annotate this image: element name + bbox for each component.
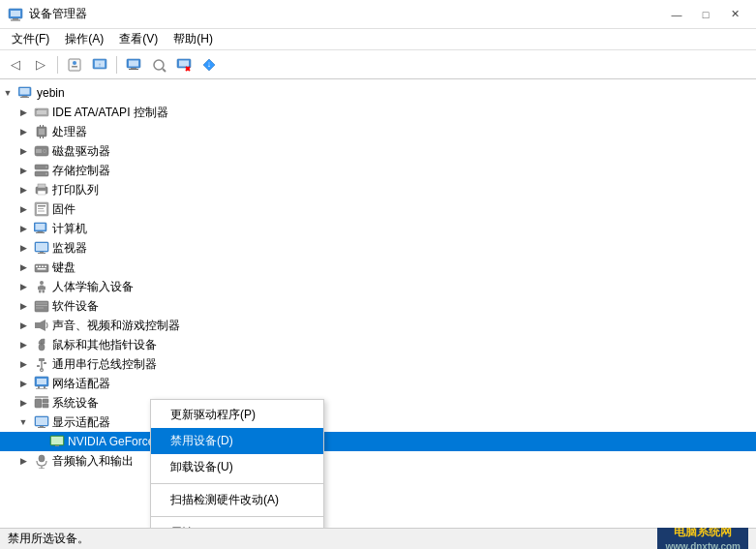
toolbar-separator-1 <box>57 56 58 74</box>
sound-label: 声音、视频和游戏控制器 <box>52 318 180 334</box>
tree-item-print[interactable]: ▶ 打印队列 <box>0 180 756 199</box>
svg-rect-52 <box>36 224 45 230</box>
svg-rect-87 <box>44 386 45 388</box>
tree-item-cpu[interactable]: ▶ 处理器 <box>0 122 756 141</box>
svg-rect-63 <box>45 266 46 268</box>
svg-rect-80 <box>39 358 45 361</box>
expand-display[interactable]: ▼ <box>15 414 31 430</box>
tree-item-monitor[interactable]: ▶ 监视器 <box>0 238 756 258</box>
expand-disk[interactable]: ▶ <box>15 143 31 159</box>
menu-view[interactable]: 查看(V) <box>111 29 166 49</box>
title-bar-left: 设备管理器 <box>8 6 87 22</box>
expand-monitor[interactable]: ▶ <box>15 240 31 256</box>
expand-software[interactable]: ▶ <box>15 298 31 314</box>
svg-rect-75 <box>35 322 40 328</box>
svg-rect-1 <box>11 11 20 16</box>
svg-rect-85 <box>37 379 46 384</box>
expand-sound[interactable]: ▶ <box>15 318 31 333</box>
expand-network[interactable]: ▶ <box>15 376 31 391</box>
forward-button[interactable]: ▷ <box>29 53 52 76</box>
remove-device-button[interactable] <box>172 53 196 76</box>
svg-rect-25 <box>20 97 29 98</box>
svg-rect-90 <box>43 399 48 403</box>
svg-rect-69 <box>39 290 42 293</box>
expand-usb[interactable]: ▶ <box>15 356 31 372</box>
expand-print[interactable]: ▶ <box>15 182 31 198</box>
svg-point-5 <box>73 61 76 65</box>
add-device-button[interactable]: ↓ <box>197 53 221 76</box>
expand-root[interactable]: ▼ <box>0 85 15 101</box>
tree-item-computer[interactable]: ▶ 计算机 <box>0 219 756 238</box>
root-label: yebin <box>37 86 65 100</box>
svg-rect-94 <box>36 417 47 425</box>
expand-mouse[interactable]: ▶ <box>15 337 31 352</box>
back-button[interactable]: ◁ <box>4 53 27 76</box>
svg-rect-57 <box>40 252 44 253</box>
tree-item-storage[interactable]: ▶ 存储控制器 <box>0 161 756 180</box>
expand-nvidia[interactable] <box>31 434 46 449</box>
tree-item-disk[interactable]: ▶ 磁盘驱动器 <box>0 141 756 161</box>
tree-item-system[interactable]: ▶ 系统设备 <box>0 393 756 412</box>
expand-firmware[interactable]: ▶ <box>15 201 31 217</box>
svg-rect-33 <box>40 137 41 138</box>
tree-item-mouse[interactable]: ▶ 鼠标和其他指针设备 <box>0 335 756 354</box>
network-label: 网络适配器 <box>52 376 110 392</box>
computer-button[interactable] <box>122 53 145 76</box>
svg-rect-54 <box>36 232 45 233</box>
ctx-uninstall-device[interactable]: 卸载设备(U) <box>151 454 323 480</box>
svg-rect-98 <box>51 437 63 444</box>
tree-item-network[interactable]: ▶ 网络适配器 <box>0 374 756 393</box>
tree-item-human-input[interactable]: ▶ 人体学输入设备 <box>0 277 756 296</box>
expand-system[interactable]: ▶ <box>15 395 31 411</box>
tree-item-ide[interactable]: ▶ IDE ATA/ATAPI 控制器 <box>0 103 756 122</box>
menu-help[interactable]: 帮助(H) <box>166 29 221 49</box>
tree-item-firmware[interactable]: ▶ 固件 <box>0 199 756 219</box>
svg-rect-56 <box>36 243 47 251</box>
tree-item-sound[interactable]: ▶ 声音、视频和游戏控制器 <box>0 316 756 335</box>
tree-item-audio-io[interactable]: ▶ 音频输入和输出 <box>0 451 756 471</box>
update-driver-button[interactable]: ↑ <box>88 53 111 76</box>
tree-item-usb[interactable]: ▶ 通用串行总线控制器 <box>0 354 756 374</box>
close-button[interactable]: ✕ <box>721 5 748 24</box>
expand-audio-io[interactable]: ▶ <box>15 453 31 469</box>
tree-item-keyboard[interactable]: ▶ 键盘 <box>0 258 756 277</box>
tree-root[interactable]: ▼ yebin <box>0 83 756 103</box>
svg-rect-67 <box>38 287 41 290</box>
print-icon <box>34 182 49 198</box>
ctx-properties[interactable]: 属性(R) <box>151 520 323 528</box>
expand-ide[interactable]: ▶ <box>15 105 31 120</box>
maximize-button[interactable]: □ <box>692 5 719 24</box>
properties-button[interactable] <box>63 53 86 76</box>
sound-icon <box>34 318 49 333</box>
menu-file[interactable]: 文件(F) <box>4 29 57 49</box>
ctx-disable-device[interactable]: 禁用设备(D) <box>151 428 323 454</box>
svg-rect-89 <box>35 399 42 408</box>
expand-storage[interactable]: ▶ <box>15 163 31 178</box>
disk-icon <box>34 143 49 159</box>
title-bar: 设备管理器 — □ ✕ <box>0 0 756 29</box>
scan-button[interactable] <box>147 53 170 76</box>
expand-keyboard[interactable]: ▶ <box>15 259 31 275</box>
human-input-label: 人体学输入设备 <box>52 279 134 295</box>
svg-rect-82 <box>37 365 40 367</box>
svg-rect-58 <box>38 253 45 254</box>
expand-cpu[interactable]: ▶ <box>15 124 31 139</box>
svg-marker-76 <box>40 320 45 331</box>
ctx-scan-hardware[interactable]: 扫描检测硬件改动(A) <box>151 487 323 513</box>
expand-human-input[interactable]: ▶ <box>15 279 31 294</box>
ctx-update-driver[interactable]: 更新驱动程序(P) <box>151 402 323 428</box>
svg-rect-86 <box>38 386 40 388</box>
status-text: 禁用所选设备。 <box>8 531 89 547</box>
tree-item-display[interactable]: ▼ 显示适配器 <box>0 412 756 432</box>
ide-icon <box>34 105 49 120</box>
expand-computer[interactable]: ▶ <box>15 221 31 236</box>
svg-rect-34 <box>43 137 44 138</box>
menu-action[interactable]: 操作(A) <box>57 29 111 49</box>
menu-bar: 文件(F) 操作(A) 查看(V) 帮助(H) <box>0 29 756 50</box>
print-label: 打印队列 <box>52 182 99 198</box>
minimize-button[interactable]: — <box>663 5 690 24</box>
tree-item-nvidia[interactable]: NVIDIA GeForce GTX <box>0 432 756 451</box>
tree-panel[interactable]: ▼ yebin ▶ IDE ATA/ <box>0 79 756 528</box>
svg-rect-73 <box>36 305 47 306</box>
tree-item-software[interactable]: ▶ 软件设备 <box>0 296 756 316</box>
